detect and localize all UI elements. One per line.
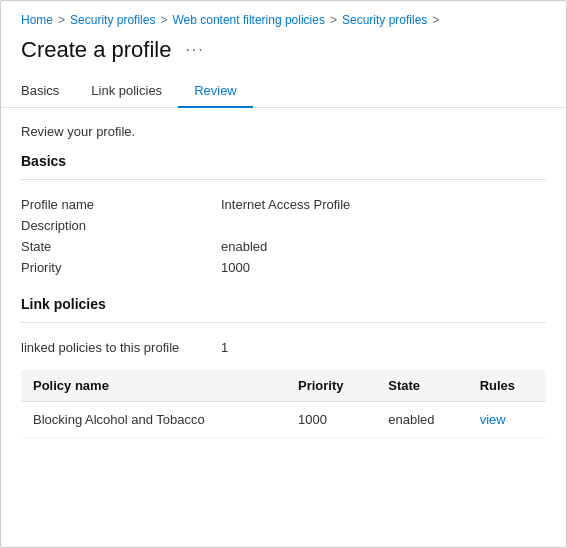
linked-count-value: 1 [221,340,228,355]
tab-review[interactable]: Review [178,75,253,108]
link-policies-divider [21,322,546,323]
more-options-button[interactable]: ··· [181,39,208,61]
link-policies-heading: Link policies [21,296,546,312]
link-policies-section: Link policies linked policies to this pr… [21,296,546,438]
col-priority: Priority [288,370,378,402]
basics-section: Basics Profile name Internet Access Prof… [21,153,546,278]
description-row: Description [21,215,546,236]
col-state: State [378,370,469,402]
breadcrumb-home[interactable]: Home [21,13,53,27]
cell-rules: view [470,402,546,438]
breadcrumb-web-content[interactable]: Web content filtering policies [172,13,325,27]
cell-priority: 1000 [288,402,378,438]
linked-count-label: linked policies to this profile [21,340,221,355]
state-value: enabled [221,239,267,254]
priority-row: Priority 1000 [21,257,546,278]
cell-state: enabled [378,402,469,438]
breadcrumb-security-profiles-1[interactable]: Security profiles [70,13,155,27]
tab-link-policies[interactable]: Link policies [75,75,178,108]
breadcrumb: Home > Security profiles > Web content f… [1,1,566,33]
basics-heading: Basics [21,153,546,169]
col-rules: Rules [470,370,546,402]
breadcrumb-sep-3: > [330,13,337,27]
content-area: Review your profile. Basics Profile name… [1,108,566,454]
breadcrumb-security-profiles-2[interactable]: Security profiles [342,13,427,27]
cell-policy-name: Blocking Alcohol and Tobacco [21,402,288,438]
state-label: State [21,239,221,254]
state-row: State enabled [21,236,546,257]
main-window: Home > Security profiles > Web content f… [0,0,567,548]
rules-view-link[interactable]: view [480,412,506,427]
breadcrumb-sep-1: > [58,13,65,27]
profile-name-row: Profile name Internet Access Profile [21,194,546,215]
table-row: Blocking Alcohol and Tobacco 1000 enable… [21,402,546,438]
priority-label: Priority [21,260,221,275]
linked-count-row: linked policies to this profile 1 [21,337,546,358]
review-subtitle: Review your profile. [21,124,546,139]
breadcrumb-sep-2: > [160,13,167,27]
tab-basics[interactable]: Basics [21,75,75,108]
policies-table: Policy name Priority State Rules Blockin… [21,370,546,438]
table-header-row: Policy name Priority State Rules [21,370,546,402]
tabs-container: Basics Link policies Review [1,75,566,108]
priority-value: 1000 [221,260,250,275]
description-label: Description [21,218,221,233]
profile-name-label: Profile name [21,197,221,212]
page-header: Create a profile ··· [1,33,566,75]
breadcrumb-sep-4: > [432,13,439,27]
col-policy-name: Policy name [21,370,288,402]
basics-divider [21,179,546,180]
profile-name-value: Internet Access Profile [221,197,350,212]
page-title: Create a profile [21,37,171,63]
